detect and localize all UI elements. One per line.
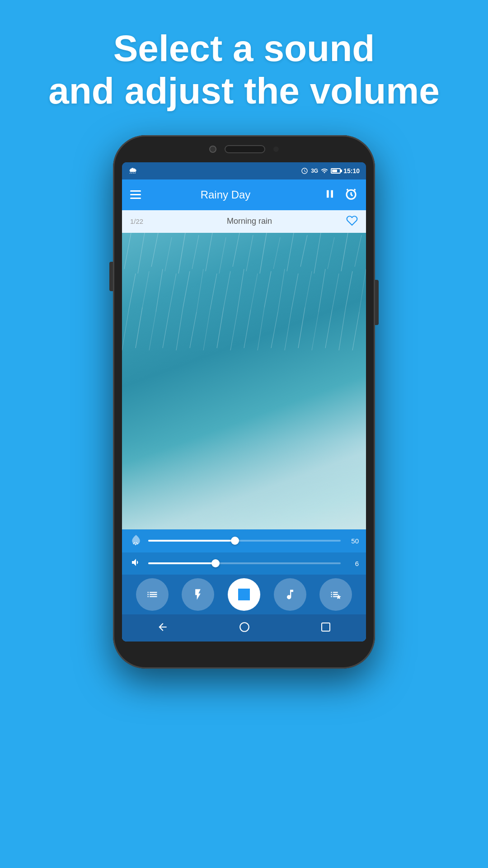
- app-bar-actions: [324, 187, 358, 203]
- rain-slider[interactable]: [148, 540, 341, 542]
- volume-icon: [129, 557, 143, 570]
- back-icon: [157, 621, 169, 633]
- rain-effect: [122, 233, 366, 529]
- svg-line-44: [217, 307, 224, 348]
- stop-button[interactable]: [228, 578, 260, 611]
- svg-line-14: [300, 235, 307, 267]
- phone-mockup: 🌧 3G: [113, 135, 375, 669]
- list-icon: [146, 588, 159, 601]
- app-bar: Rainy Day: [122, 179, 366, 210]
- volume-slider-row: 6: [122, 552, 366, 575]
- svg-line-47: [258, 307, 264, 350]
- power-button[interactable]: [375, 280, 379, 325]
- music-icon: [284, 588, 296, 601]
- lightning-icon: [192, 588, 204, 601]
- rain-image: [122, 233, 366, 529]
- svg-line-27: [237, 269, 244, 312]
- svg-point-61: [240, 623, 249, 632]
- svg-line-30: [278, 269, 285, 312]
- svg-line-7: [206, 233, 212, 271]
- svg-line-1: [124, 233, 131, 269]
- svg-line-13: [287, 233, 294, 271]
- svg-line-37: [122, 310, 129, 350]
- recent-icon: [320, 622, 331, 632]
- svg-line-48: [271, 312, 278, 348]
- svg-line-17: [341, 233, 348, 271]
- svg-line-36: [359, 269, 366, 312]
- camera: [209, 146, 216, 153]
- track-info-bar: 1/22 Morning rain: [122, 210, 366, 233]
- random-button[interactable]: [182, 578, 214, 611]
- svg-line-46: [244, 310, 251, 348]
- svg-line-10: [246, 235, 253, 271]
- app-title: Rainy Day: [127, 189, 324, 201]
- svg-line-33: [319, 269, 325, 312]
- svg-line-54: [352, 312, 359, 350]
- svg-line-9: [233, 233, 239, 267]
- svg-line-39: [149, 312, 156, 350]
- svg-line-52: [325, 310, 332, 348]
- svg-point-57: [135, 544, 136, 545]
- svg-line-50: [298, 307, 305, 348]
- rain-slider-row: 50: [122, 529, 366, 552]
- svg-point-58: [137, 543, 138, 544]
- nav-bar: [122, 614, 366, 642]
- timer-button[interactable]: [344, 187, 358, 203]
- pause-button[interactable]: [324, 188, 336, 202]
- svg-line-41: [176, 307, 183, 350]
- rain-slider-fill: [148, 540, 235, 542]
- back-button[interactable]: [157, 621, 169, 635]
- recent-apps-button[interactable]: [320, 622, 331, 634]
- headline: Select a sound and adjust the volume: [30, 27, 458, 113]
- action-bar: [122, 575, 366, 614]
- volume-button[interactable]: [109, 262, 113, 291]
- svg-point-56: [133, 543, 134, 544]
- home-icon: [239, 621, 250, 633]
- track-number: 1/22: [130, 217, 153, 225]
- headline-line2: and adjust the volume: [48, 70, 440, 111]
- pause-icon: [324, 188, 336, 200]
- alarm-status-icon: [301, 167, 308, 175]
- svg-line-25: [210, 274, 217, 310]
- track-name: Morning rain: [153, 217, 346, 226]
- controls-area: 50 6: [122, 529, 366, 642]
- phone-screen: 🌧 3G: [122, 162, 366, 642]
- svg-line-35: [346, 271, 352, 307]
- svg-line-42: [190, 312, 197, 348]
- svg-line-8: [219, 237, 226, 274]
- svg-line-16: [328, 237, 334, 269]
- status-bar: 🌧 3G: [122, 162, 366, 179]
- volume-slider[interactable]: [148, 562, 341, 564]
- home-button[interactable]: [239, 621, 250, 635]
- sounds-button[interactable]: [274, 578, 306, 611]
- svg-line-32: [305, 271, 312, 307]
- favorites-button[interactable]: [319, 578, 352, 611]
- svg-line-49: [285, 310, 291, 350]
- svg-line-6: [192, 235, 199, 269]
- volume-slider-thumb[interactable]: [211, 559, 220, 567]
- svg-line-12: [273, 237, 280, 269]
- svg-line-40: [163, 310, 169, 348]
- svg-line-15: [314, 233, 321, 274]
- rain-icon: [129, 534, 143, 548]
- svg-line-26: [224, 271, 230, 307]
- playlist-button[interactable]: [136, 578, 169, 611]
- svg-line-51: [312, 312, 319, 350]
- headline-line1: Select a sound: [113, 28, 375, 69]
- svg-line-53: [339, 307, 346, 350]
- rain-slider-thumb[interactable]: [231, 537, 239, 545]
- svg-line-19: [129, 274, 136, 310]
- svg-point-59: [134, 542, 135, 543]
- favorite-button[interactable]: [346, 215, 358, 228]
- status-time: 15:10: [343, 167, 360, 175]
- phone-shell: 🌧 3G: [113, 135, 375, 669]
- speaker: [225, 145, 265, 153]
- battery-icon: [331, 168, 341, 174]
- phone-top-details: [209, 145, 279, 153]
- svg-line-28: [251, 274, 258, 310]
- svg-line-45: [230, 312, 237, 350]
- svg-line-11: [260, 233, 267, 274]
- svg-line-24: [197, 269, 203, 312]
- svg-line-2: [138, 233, 145, 274]
- svg-line-18: [355, 235, 361, 267]
